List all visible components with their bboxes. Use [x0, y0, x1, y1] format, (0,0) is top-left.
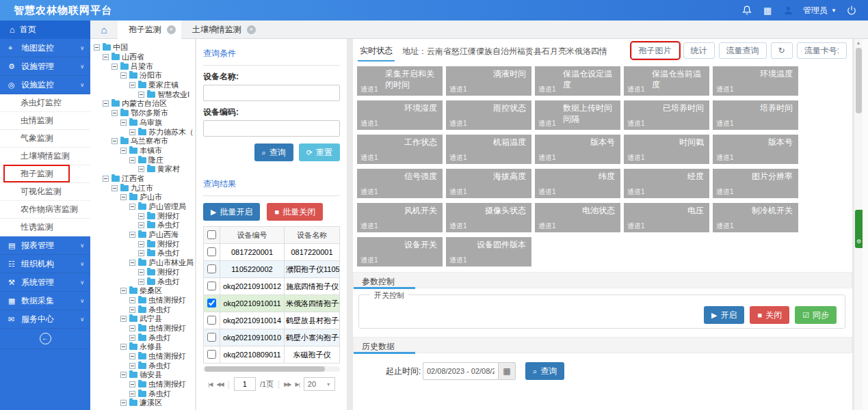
tree-node[interactable]: 智慧农业I [94, 90, 195, 99]
expander-icon[interactable] [111, 64, 118, 70]
sync-button[interactable]: ☑ 同步 [795, 306, 837, 324]
traffic-query-button[interactable]: 流量查询 [719, 42, 767, 59]
scrollbar-thumb[interactable] [856, 48, 862, 113]
expander-icon[interactable] [129, 335, 135, 341]
bell-icon[interactable] [741, 5, 752, 16]
page-number-input[interactable] [234, 377, 256, 391]
scroll-up-icon[interactable]: ▲ [854, 40, 863, 45]
sidebar-bottom-item-1[interactable]: ☷组织机构∨ [0, 255, 90, 273]
sidebar-item-1[interactable]: ⚙设施管理∨ [0, 57, 90, 76]
sidebar-bottom-item-0[interactable]: ▤报表管理∨ [0, 236, 90, 255]
tree-node[interactable]: 虫情测报灯 [94, 324, 195, 333]
tree-node[interactable]: 杀虫灯 [94, 389, 195, 398]
table-row[interactable]: okq20210910012施底四情孢子仪 [204, 278, 340, 295]
expander-icon[interactable] [129, 260, 135, 266]
row-checkbox[interactable] [207, 282, 216, 290]
tree-node[interactable]: 虫情测报灯 [94, 380, 195, 390]
tree-node[interactable]: 杀虫灯 [94, 361, 195, 370]
submenu-item-5[interactable]: 可视化监测 [0, 183, 90, 201]
first-page-icon[interactable]: |◀ [208, 381, 212, 387]
submenu-item-1[interactable]: 虫情监测 [0, 112, 90, 130]
tree-node[interactable]: 庐山市林业局 [94, 258, 195, 268]
expander-icon[interactable] [129, 129, 135, 135]
close-icon[interactable]: × [167, 25, 176, 34]
close-button[interactable]: ■ 关闭 [750, 306, 789, 324]
table-row[interactable]: okq20210809011东磁孢子仪 [204, 346, 340, 364]
side-panel-handle[interactable]: ⚙ [855, 210, 863, 248]
submenu-item-4[interactable]: 孢子监测 [0, 165, 90, 183]
sidebar-bottom-item-3[interactable]: ▦数据采集∨ [0, 292, 90, 310]
tree-node[interactable]: 武宁县 [94, 314, 195, 324]
table-row[interactable]: okq20210910014鹤壁故县村孢子仪 [204, 312, 340, 329]
tab-home-icon[interactable]: ⌂ [90, 20, 118, 39]
table-row[interactable]: okq20210910010鹤壁小寨沟孢子仪 [204, 329, 340, 346]
expander-icon[interactable] [138, 241, 144, 247]
tree-node[interactable]: 杀虫灯 [94, 277, 195, 286]
device-code-input[interactable] [203, 120, 340, 137]
device-name-input[interactable] [203, 85, 340, 101]
spore-images-button[interactable]: 孢子图片 [631, 42, 679, 59]
row-checkbox[interactable] [207, 333, 216, 342]
tree-node[interactable]: 苏力德苏木（ [94, 127, 195, 137]
expander-icon[interactable] [120, 72, 127, 79]
refresh-button[interactable]: ↻ [771, 42, 793, 59]
expander-icon[interactable] [120, 120, 127, 126]
tree-node[interactable]: 隆庄 [94, 155, 195, 165]
row-checkbox[interactable] [207, 316, 216, 325]
row-checkbox[interactable] [207, 299, 216, 308]
sidebar-bottom-item-4[interactable]: ✉服务中心∨ [0, 310, 90, 329]
submenu-item-7[interactable]: 性诱监测 [0, 219, 90, 236]
tree-node[interactable]: 乌审旗 [94, 118, 195, 128]
tree-node[interactable]: 庐山市 [94, 193, 195, 202]
expander-icon[interactable] [111, 185, 118, 191]
expander-icon[interactable] [120, 148, 127, 154]
expander-icon[interactable] [94, 44, 100, 51]
tree-node[interactable]: 鄂尔多斯市 [94, 109, 195, 118]
submenu-item-0[interactable]: 杀虫灯监控 [0, 94, 90, 112]
row-checkbox[interactable] [207, 350, 216, 359]
tree-node[interactable]: 测报灯 [94, 268, 195, 277]
sidebar-item-0[interactable]: ⌖地图监控∨ [0, 39, 90, 57]
row-checkbox[interactable] [207, 264, 216, 273]
tree-node[interactable]: 黄家村 [94, 165, 195, 174]
tree-node[interactable]: 杀虫灯 [94, 305, 195, 314]
expander-icon[interactable] [103, 176, 109, 182]
submenu-item-2[interactable]: 气象监测 [0, 130, 90, 148]
expander-icon[interactable] [138, 92, 144, 98]
user-menu[interactable]: 管理员 ▼ [803, 5, 837, 16]
expander-icon[interactable] [129, 381, 135, 387]
calendar-icon[interactable]: ▦ [498, 362, 516, 380]
expander-icon[interactable] [120, 344, 127, 350]
submenu-item-6[interactable]: 农作物病害监测 [0, 201, 90, 219]
tree-node[interactable]: 山西省 [94, 53, 195, 62]
expander-icon[interactable] [129, 353, 135, 359]
sidebar-item-2[interactable]: ◎设施监控∨ [0, 76, 90, 94]
expander-icon[interactable] [129, 325, 135, 331]
reset-button[interactable]: ⟳ 重置 [299, 144, 340, 161]
expander-icon[interactable] [103, 100, 109, 107]
next-page-icon[interactable]: ▶▶ [284, 381, 291, 387]
tree-node[interactable]: 杀虫灯 [94, 221, 195, 230]
tree-node[interactable]: 中国 [94, 43, 195, 53]
expander-icon[interactable] [129, 391, 135, 397]
tree-node[interactable]: 杀虫灯 [94, 249, 195, 258]
expander-icon[interactable] [138, 222, 144, 228]
tree-node[interactable]: 内蒙古自治区 [94, 99, 195, 109]
expander-icon[interactable] [138, 269, 144, 275]
power-icon[interactable] [846, 5, 857, 16]
param-control-title[interactable]: 参数控制 [362, 276, 395, 288]
history-search-button[interactable]: ⌕ 查询 [525, 362, 564, 380]
date-range-input[interactable] [423, 362, 498, 380]
tree-node[interactable]: 虫情测报灯 [94, 352, 195, 361]
table-row[interactable]: 1105220002濮阳孢子仪1105220 [204, 261, 340, 278]
qr-icon[interactable]: ▦ [762, 5, 773, 16]
history-title[interactable]: 历史数据 [362, 341, 395, 353]
tree-node[interactable]: 庐山管理局 [94, 202, 195, 212]
tree-node[interactable]: 濂溪区 [94, 398, 195, 408]
tree-node[interactable]: 九江市 [94, 183, 195, 193]
expander-icon[interactable] [138, 166, 144, 172]
tree-node[interactable]: 乌兰察布市 [94, 137, 195, 146]
last-page-icon[interactable]: ▶| [295, 381, 300, 387]
expander-icon[interactable] [138, 213, 144, 219]
sim-card-number-button[interactable]: 流量卡号: [797, 42, 847, 59]
